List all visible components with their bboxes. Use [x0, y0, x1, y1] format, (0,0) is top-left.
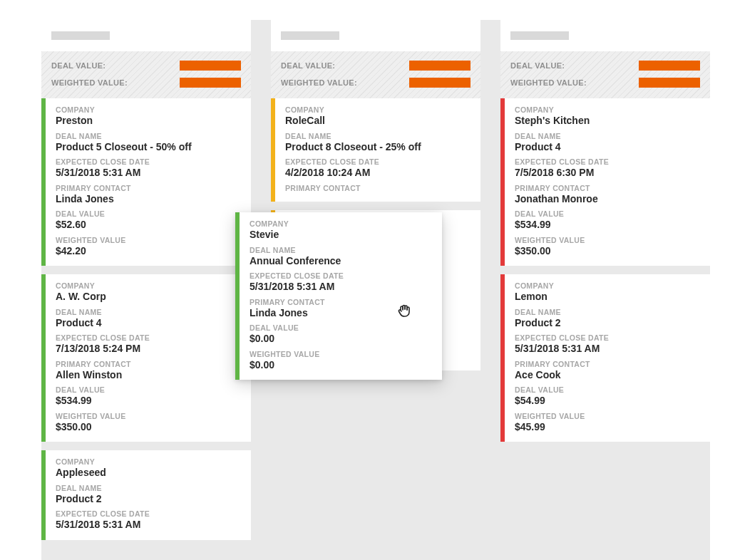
column-summary: DEAL VALUE: WEIGHTED VALUE:: [500, 51, 710, 98]
company-label: COMPANY: [250, 219, 432, 228]
weighted-value-value: $0.00: [250, 359, 432, 372]
summary-weighted-value-bar: [639, 78, 700, 88]
deal-value-label: DEAL VALUE: [250, 323, 432, 332]
deal-card[interactable]: COMPANYSteph's Kitchen DEAL NAMEProduct …: [500, 98, 710, 266]
column-title-placeholder: [281, 31, 339, 40]
weighted-value-value: $42.20: [56, 245, 241, 258]
company-label: COMPANY: [56, 281, 241, 290]
primary-contact-value: Ace Cook: [515, 369, 700, 382]
summary-deal-value-bar: [409, 61, 471, 71]
summary-weighted-value-bar: [180, 78, 241, 88]
summary-weighted-value-label: WEIGHTED VALUE:: [51, 78, 128, 87]
summary-weighted-value-label: WEIGHTED VALUE:: [510, 78, 587, 87]
deal-card[interactable]: COMPANYLemon DEAL NAMEProduct 2 EXPECTED…: [500, 274, 710, 442]
expected-close-value: 5/31/2018 5:31 AM: [515, 343, 700, 356]
expected-close-value: 7/13/2018 5:24 PM: [56, 343, 241, 356]
column-summary: DEAL VALUE: WEIGHTED VALUE:: [271, 51, 480, 98]
company-label: COMPANY: [515, 105, 700, 114]
weighted-value-value: $350.00: [515, 245, 700, 258]
expected-close-label: EXPECTED CLOSE DATE: [250, 271, 432, 280]
deal-value-value: $0.00: [250, 333, 432, 346]
column-header: [41, 20, 251, 51]
deal-name-label: DEAL NAME: [56, 308, 241, 316]
deal-value-value: $54.99: [515, 395, 700, 408]
weighted-value-label: WEIGHTED VALUE: [250, 350, 432, 358]
company-value: Steph's Kitchen: [515, 115, 700, 128]
summary-weighted-value-label: WEIGHTED VALUE:: [281, 78, 357, 87]
deal-name-label: DEAL NAME: [56, 484, 241, 492]
deal-name-value: Product 2: [56, 493, 241, 506]
company-value: RoleCall: [285, 115, 471, 128]
expected-close-label: EXPECTED CLOSE DATE: [56, 333, 241, 342]
expected-close-value: 5/31/2018 5:31 AM: [250, 281, 432, 294]
expected-close-value: 7/5/2018 6:30 PM: [515, 167, 700, 180]
primary-contact-value: Linda Jones: [250, 307, 432, 320]
deal-name-value: Product 4: [515, 141, 700, 154]
company-label: COMPANY: [56, 457, 241, 466]
primary-contact-label: PRIMARY CONTACT: [56, 184, 241, 192]
column-title-placeholder: [51, 31, 110, 40]
summary-deal-value-label: DEAL VALUE:: [510, 61, 565, 70]
weighted-value-label: WEIGHTED VALUE: [515, 236, 700, 244]
deal-value-label: DEAL VALUE: [515, 385, 700, 394]
deal-name-label: DEAL NAME: [285, 132, 471, 140]
weighted-value-value: $45.99: [515, 421, 700, 434]
deal-card[interactable]: COMPANYAppleseed DEAL NAMEProduct 2 EXPE…: [41, 450, 251, 540]
column-header: [271, 20, 480, 51]
weighted-value-label: WEIGHTED VALUE: [56, 412, 241, 420]
deal-name-value: Product 8 Closeout - 25% off: [285, 141, 471, 154]
deal-value-value: $534.99: [515, 219, 700, 232]
summary-deal-value-bar: [639, 61, 700, 71]
deal-name-label: DEAL NAME: [56, 132, 241, 140]
company-value: Appleseed: [56, 467, 241, 479]
expected-close-label: EXPECTED CLOSE DATE: [515, 333, 700, 342]
company-value: Stevie: [250, 229, 432, 242]
primary-contact-value: Allen Winston: [56, 369, 241, 382]
deal-card-dragging[interactable]: COMPANYStevie DEAL NAMEAnnual Conference…: [235, 212, 442, 380]
column-card-list[interactable]: COMPANYPreston DEAL NAMEProduct 5 Closeo…: [41, 98, 251, 540]
expected-close-label: EXPECTED CLOSE DATE: [56, 157, 241, 166]
deal-name-value: Product 5 Closeout - 50% off: [56, 141, 241, 154]
company-label: COMPANY: [285, 105, 471, 114]
summary-weighted-value-bar: [409, 78, 471, 88]
expected-close-label: EXPECTED CLOSE DATE: [515, 157, 700, 166]
deal-name-label: DEAL NAME: [515, 308, 700, 316]
company-label: COMPANY: [56, 105, 241, 114]
company-label: COMPANY: [515, 281, 700, 290]
column-card-list[interactable]: COMPANYSteph's Kitchen DEAL NAMEProduct …: [500, 98, 710, 442]
weighted-value-value: $350.00: [56, 421, 241, 434]
column-summary: DEAL VALUE: WEIGHTED VALUE:: [41, 51, 251, 98]
deal-card[interactable]: COMPANYPreston DEAL NAMEProduct 5 Closeo…: [41, 98, 251, 266]
primary-contact-label: PRIMARY CONTACT: [285, 184, 471, 192]
deal-name-label: DEAL NAME: [250, 246, 432, 254]
expected-close-value: 5/31/2018 5:31 AM: [56, 167, 241, 180]
deal-card[interactable]: COMPANYA. W. Corp DEAL NAMEProduct 4 EXP…: [41, 274, 251, 442]
expected-close-label: EXPECTED CLOSE DATE: [56, 509, 241, 518]
deal-value-label: DEAL VALUE: [56, 209, 241, 218]
column-title-placeholder: [510, 31, 569, 40]
primary-contact-value: Linda Jones: [56, 193, 241, 206]
primary-contact-value: Jonathan Monroe: [515, 193, 700, 206]
primary-contact-label: PRIMARY CONTACT: [250, 298, 432, 306]
company-value: Preston: [56, 115, 241, 128]
expected-close-value: 4/2/2018 10:24 AM: [285, 167, 471, 180]
pipeline-column: DEAL VALUE: WEIGHTED VALUE: COMPANYSteph…: [500, 20, 710, 560]
weighted-value-label: WEIGHTED VALUE: [56, 236, 241, 244]
primary-contact-label: PRIMARY CONTACT: [515, 360, 700, 368]
company-value: Lemon: [515, 291, 700, 304]
weighted-value-label: WEIGHTED VALUE: [515, 412, 700, 420]
summary-deal-value-label: DEAL VALUE:: [281, 61, 335, 70]
deal-name-value: Product 4: [56, 317, 241, 330]
deal-name-value: Annual Conference: [250, 255, 432, 268]
deal-value-label: DEAL VALUE: [515, 209, 700, 218]
primary-contact-label: PRIMARY CONTACT: [515, 184, 700, 192]
pipeline-column: DEAL VALUE: WEIGHTED VALUE: COMPANYPrest…: [41, 20, 251, 560]
deal-value-label: DEAL VALUE: [56, 385, 241, 394]
deal-value-value: $534.99: [56, 395, 241, 408]
deal-card[interactable]: COMPANYRoleCall DEAL NAMEProduct 8 Close…: [271, 98, 480, 202]
deal-name-value: Product 2: [515, 317, 700, 330]
summary-deal-value-bar: [180, 61, 241, 71]
expected-close-label: EXPECTED CLOSE DATE: [285, 157, 471, 166]
summary-deal-value-label: DEAL VALUE:: [51, 61, 106, 70]
expected-close-value: 5/31/2018 5:31 AM: [56, 519, 241, 532]
